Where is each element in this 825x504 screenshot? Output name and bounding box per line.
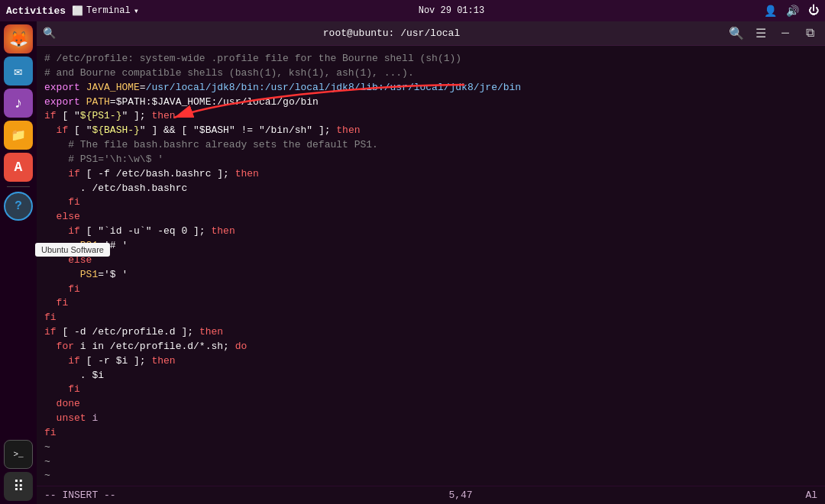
code-line-32: ~: [44, 455, 817, 470]
code-line-12: . /etc/bash.bashrc: [44, 182, 817, 196]
dock-separator: [7, 186, 30, 187]
code-line-16: PS1='# ': [44, 239, 817, 254]
terminal-tab-icon: ⬜: [72, 5, 83, 17]
vim-mode-indicator: -- INSERT --: [44, 489, 116, 501]
code-line-10: # PS1='\h:\w\$ ': [44, 153, 817, 167]
dock-item-apps[interactable]: ⠿: [4, 472, 33, 501]
code-line-27: fi: [44, 383, 817, 397]
power-icon[interactable]: ⏻: [808, 5, 819, 17]
code-line-7: if [ "${PS1-}" ]; then: [44, 109, 817, 124]
code-line-8: if [ "${BASH-}" ] && [ "$BASH" != "/bin/…: [44, 124, 817, 138]
code-line-24: for i in /etc/profile.d/*.sh; do: [44, 340, 817, 354]
terminal-title: root@ubuntu: /usr/local: [323, 27, 460, 39]
terminal-tab-arrow: ▾: [134, 5, 139, 17]
code-line-15: if [ "`id -u`" -eq 0 ]; then: [44, 225, 817, 239]
dock-item-mail[interactable]: ✉: [4, 57, 33, 86]
code-line-1: # /etc/profile: system-wide .profile fil…: [44, 52, 817, 66]
code-line-2: # and Bourne compatible shells (bash(1),…: [44, 66, 817, 81]
status-bar: -- INSERT -- 5,47 Al: [37, 486, 825, 504]
dock-item-files[interactable]: 📁: [4, 121, 33, 150]
search-button[interactable]: 🔍: [727, 24, 746, 43]
code-line-11: if [ -f /etc/bash.bashrc ]; then: [44, 167, 817, 182]
cursor-position: 5,47: [448, 489, 472, 501]
terminal-titlebar: 🔍 root@ubuntu: /usr/local 🔍 ☰ ─ ⧉: [37, 21, 825, 46]
code-line-4: export JAVA_HOME=/usr/local/jdk8/bin:/us…: [44, 81, 817, 95]
datetime-display: Nov 29 01:13: [419, 5, 484, 16]
code-line-26: . $i: [44, 369, 817, 383]
terminal-tab-indicator[interactable]: ⬜ Terminal ▾: [72, 5, 139, 17]
code-line-13: fi: [44, 195, 817, 210]
code-line-17: else: [44, 254, 817, 268]
dock-item-help[interactable]: ?: [4, 192, 33, 221]
volume-icon[interactable]: 🔊: [786, 5, 799, 18]
code-line-31: ~: [44, 441, 817, 455]
code-line-23: if [ -d /etc/profile.d ]; then: [44, 325, 817, 340]
code-line-19: fi: [44, 283, 817, 297]
minimize-button[interactable]: ─: [776, 24, 794, 43]
code-line-21: fi: [44, 311, 817, 325]
dock-item-software[interactable]: A: [4, 153, 33, 182]
code-line-33: ~: [44, 469, 817, 483]
code-line-30: fi: [44, 426, 817, 441]
ubuntu-software-tooltip: Ubuntu Software: [35, 243, 110, 257]
code-line-18: PS1='$ ': [44, 268, 817, 283]
code-line-25: if [ -r $i ]; then: [44, 354, 817, 369]
activities-button[interactable]: Activities: [6, 5, 66, 17]
terminal-search-icon[interactable]: 🔍: [43, 27, 56, 40]
main-layout: 🦊 ✉ ♪ 📁 A ? >_ ⠿ Ubuntu Software 🔍 root@…: [0, 21, 825, 504]
system-bar: Activities ⬜ Terminal ▾ Nov 29 01:13 👤 🔊…: [0, 0, 825, 21]
user-icon[interactable]: 👤: [764, 5, 777, 18]
dock-item-terminal[interactable]: >_: [4, 440, 33, 469]
code-line-29: unset i: [44, 412, 817, 426]
vim-all-indicator: Al: [805, 489, 817, 501]
maximize-button[interactable]: ⧉: [801, 24, 819, 43]
terminal-wrapper: 🔍 root@ubuntu: /usr/local 🔍 ☰ ─ ⧉: [37, 21, 825, 504]
code-line-20: fi: [44, 296, 817, 311]
dock-item-music[interactable]: ♪: [4, 89, 33, 118]
code-line-9: # The file bash.bashrc already sets the …: [44, 138, 817, 153]
menu-button[interactable]: ☰: [752, 24, 770, 43]
dock: 🦊 ✉ ♪ 📁 A ? >_ ⠿ Ubuntu Software: [0, 21, 37, 504]
terminal-content[interactable]: # /etc/profile: system-wide .profile fil…: [37, 46, 825, 486]
dock-item-firefox[interactable]: 🦊: [4, 24, 33, 53]
code-line-28: done: [44, 397, 817, 412]
code-line-5: export PATH=$PATH:$JAVA_HOME:/usr/local/…: [44, 95, 817, 110]
code-line-14: else: [44, 210, 817, 225]
terminal-tab-label: Terminal: [86, 5, 131, 16]
